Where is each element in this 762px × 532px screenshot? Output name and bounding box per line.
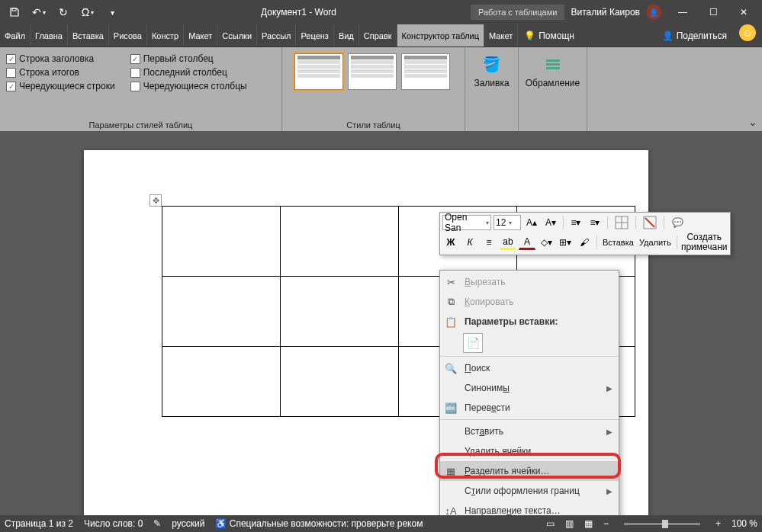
- status-proofing-icon[interactable]: ✎: [153, 518, 161, 529]
- borders-button[interactable]: Обрамление: [518, 50, 587, 91]
- tab-references[interactable]: Ссылки: [217, 24, 257, 46]
- maximize-button[interactable]: ☐: [698, 0, 728, 24]
- copy-icon: ⧉: [443, 296, 458, 308]
- view-web-icon[interactable]: ▦: [584, 518, 593, 529]
- tab-help[interactable]: Справк: [359, 24, 397, 46]
- table-style-3[interactable]: [401, 53, 450, 90]
- cm-cut[interactable]: ✂Вырезать: [440, 272, 619, 292]
- cm-border-styles[interactable]: Стили оформления границ▶: [440, 481, 619, 501]
- cm-delete-cells[interactable]: Удалить ячейки…: [440, 441, 619, 461]
- italic-icon[interactable]: К: [461, 235, 478, 250]
- view-print-icon[interactable]: ▭: [546, 518, 555, 529]
- cm-copy[interactable]: ⧉Копировать: [440, 292, 619, 312]
- feedback-icon[interactable]: ☺: [739, 24, 756, 41]
- shrink-font-icon[interactable]: A▾: [542, 215, 559, 230]
- close-button[interactable]: ✕: [728, 0, 759, 24]
- status-accessibility[interactable]: ♿ Специальные возможности: проверьте рек…: [215, 518, 423, 529]
- ribbon: ✓Строка заголовка Строка итогов ✓Чередую…: [0, 47, 762, 131]
- undo-icon[interactable]: ↶▾: [32, 5, 46, 19]
- check-banded-rows[interactable]: ✓Чередующиеся строки: [6, 81, 115, 91]
- paste-option-icon[interactable]: 📄: [463, 333, 483, 353]
- statusbar: Страница 1 из 2 Число слов: 0 ✎ русский …: [0, 515, 762, 532]
- borders-mini-icon[interactable]: ⊞▾: [557, 235, 574, 250]
- table-style-1[interactable]: [294, 53, 343, 90]
- insert-label[interactable]: Вставка: [601, 238, 635, 247]
- tab-home[interactable]: Главна: [31, 24, 68, 46]
- zoom-out-button[interactable]: −: [603, 518, 609, 529]
- qat-more-icon[interactable]: ▾: [105, 5, 119, 19]
- save-icon[interactable]: [8, 5, 21, 19]
- new-comment-button[interactable]: 💬: [668, 215, 687, 230]
- tell-me[interactable]: 💡Помощн: [518, 24, 580, 46]
- svg-rect-1: [546, 59, 560, 62]
- bold-icon[interactable]: Ж: [442, 235, 459, 250]
- tab-file[interactable]: Файл: [0, 24, 31, 46]
- ribbon-group-params: Параметры стилей таблиц: [6, 119, 275, 130]
- table-move-handle[interactable]: ✥: [150, 194, 162, 207]
- zoom-in-button[interactable]: +: [715, 518, 721, 529]
- borders-icon: [542, 53, 564, 75]
- tab-mailings[interactable]: Рассыл: [257, 24, 296, 46]
- font-size-combo[interactable]: 12▾: [494, 215, 521, 230]
- share-button[interactable]: 👤Поделиться: [656, 24, 733, 46]
- align-icon[interactable]: ≡: [481, 235, 497, 250]
- bucket-icon: 🪣: [481, 53, 503, 75]
- share-icon: 👤: [662, 30, 674, 41]
- cm-translate[interactable]: 🔤Перевести: [440, 398, 619, 418]
- table-style-2[interactable]: [348, 53, 397, 90]
- redo-icon[interactable]: ↻: [56, 5, 70, 19]
- symbol-icon[interactable]: Ω▾: [81, 5, 95, 19]
- shading-mini-icon[interactable]: ◇▾: [538, 235, 555, 250]
- check-banded-cols[interactable]: Чередующиеся столбцы: [130, 81, 247, 91]
- tab-layout[interactable]: Макет: [184, 24, 217, 46]
- table-insert-icon[interactable]: [612, 215, 632, 230]
- shading-button[interactable]: 🪣 Заливка: [466, 50, 516, 91]
- font-color-icon[interactable]: A: [519, 235, 535, 250]
- zoom-slider[interactable]: [624, 523, 700, 525]
- collapse-ribbon-icon[interactable]: ⌄: [748, 116, 757, 128]
- cm-synonyms[interactable]: Синонимы▶: [440, 378, 619, 398]
- bullets-icon[interactable]: ≡▾: [567, 215, 584, 230]
- table-delete-icon[interactable]: [640, 215, 660, 230]
- tab-view[interactable]: Вид: [334, 24, 359, 46]
- delete-label[interactable]: Удалить: [638, 238, 673, 247]
- username: Виталий Каиров: [571, 7, 640, 18]
- view-read-icon[interactable]: ▥: [565, 518, 574, 529]
- tab-table-design[interactable]: Конструктор таблиц: [397, 24, 484, 46]
- numbering-icon[interactable]: ≡▾: [587, 215, 603, 230]
- font-combo[interactable]: Open San▾: [442, 215, 491, 230]
- cm-paste-options: 📄: [440, 332, 619, 354]
- avatar[interactable]: 👤: [646, 5, 661, 20]
- clipboard-icon: 📋: [443, 316, 458, 328]
- status-words[interactable]: Число слов: 0: [84, 518, 143, 529]
- highlight-icon[interactable]: ab: [500, 235, 516, 250]
- cm-split-cells[interactable]: ▦Разделить ячейки…: [440, 461, 619, 481]
- tab-insert[interactable]: Вставка: [68, 24, 109, 46]
- tab-design[interactable]: Констр: [147, 24, 184, 46]
- format-painter-icon[interactable]: 🖌: [576, 235, 593, 250]
- grow-font-icon[interactable]: A▴: [523, 215, 540, 230]
- accessibility-icon: ♿: [215, 518, 227, 529]
- cm-search[interactable]: 🔍Поиск: [440, 358, 619, 378]
- ribbon-tabs: Файл Главна Вставка Рисова Констр Макет …: [0, 24, 762, 47]
- tab-table-layout[interactable]: Макет: [484, 24, 518, 46]
- cm-insert[interactable]: Вставить▶: [440, 421, 619, 441]
- check-first-col[interactable]: ✓Первый столбец: [130, 53, 247, 64]
- tab-review[interactable]: Реценз: [296, 24, 333, 46]
- mini-toolbar: Open San▾ 12▾ A▴ A▾ ≡▾ ≡▾ 💬 Ж К ≡ ab A ◇…: [439, 212, 731, 255]
- status-language[interactable]: русский: [172, 518, 204, 529]
- document-title: Документ1 - Word: [127, 7, 471, 18]
- check-last-col[interactable]: Последний столбец: [130, 67, 247, 78]
- cm-paste-options-header: 📋Параметры вставки:: [440, 312, 619, 332]
- scissors-icon: ✂: [443, 277, 458, 288]
- check-total-row[interactable]: Строка итогов: [6, 67, 115, 78]
- lightbulb-icon: 💡: [524, 30, 535, 41]
- zoom-level[interactable]: 100 %: [731, 518, 757, 529]
- search-icon: 🔍: [443, 363, 458, 374]
- table-styles-gallery[interactable]: [288, 50, 458, 93]
- tab-draw[interactable]: Рисова: [109, 24, 147, 46]
- status-page[interactable]: Страница 1 из 2: [5, 518, 73, 529]
- minimize-button[interactable]: —: [667, 0, 698, 24]
- check-header-row[interactable]: ✓Строка заголовка: [6, 53, 115, 64]
- quick-access-toolbar: ↶▾ ↻ Ω▾ ▾: [0, 5, 127, 19]
